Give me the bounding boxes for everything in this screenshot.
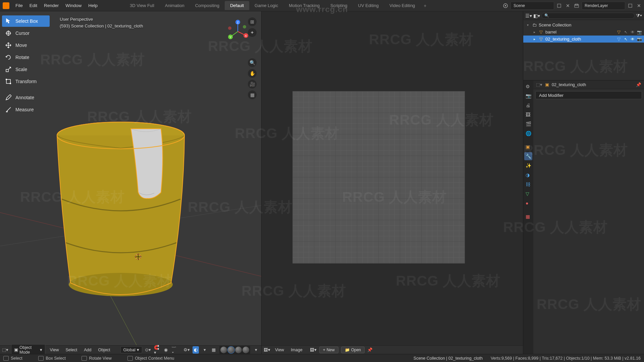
editor-type-icon[interactable]: 🖼▾ — [264, 347, 270, 352]
proptab-constraint[interactable]: ⛓ — [524, 180, 532, 188]
proptab-render[interactable]: 📷 — [524, 92, 532, 100]
disclosure-icon[interactable]: ▾ — [525, 23, 530, 27]
editor-type-icon[interactable]: ⬚▾ — [536, 82, 542, 87]
proptab-physics[interactable]: ◑ — [524, 171, 532, 179]
vp-menu-add[interactable]: Add — [82, 347, 93, 353]
editor-type-icon[interactable]: ⬚▾ — [2, 346, 8, 354]
restrict-view-icon[interactable]: 👁 — [630, 37, 635, 42]
show-gizmo-icon[interactable]: ⚙▾ — [183, 346, 190, 354]
scene-icon[interactable] — [502, 2, 509, 9]
renderlayer-field[interactable]: RenderLayer — [582, 2, 625, 10]
shading-menu-icon[interactable]: ▾ — [253, 346, 259, 354]
proptab-mesh[interactable]: ▽ — [524, 190, 532, 198]
proptab-texture[interactable]: ▦ — [524, 213, 532, 221]
shading-wireframe[interactable] — [220, 347, 227, 353]
restrict-render-icon[interactable]: 📷 — [637, 37, 642, 42]
tool-select-box[interactable]: Select Box — [2, 15, 50, 27]
outliner-search[interactable]: 🔍 — [541, 13, 635, 19]
tool-transform[interactable]: Transform — [2, 76, 50, 87]
proptab-scene[interactable]: 🎬 — [524, 120, 532, 128]
scene-close-icon[interactable]: ✕ — [564, 2, 572, 9]
proptab-output[interactable]: 🖨 — [524, 101, 532, 109]
vp-menu-object[interactable]: Object — [96, 347, 112, 353]
image-pin-icon[interactable]: 📌 — [367, 347, 373, 352]
nav-tool-icon[interactable]: ✦ — [248, 28, 257, 37]
snap-icon[interactable]: 🧲▾ — [154, 346, 160, 354]
proptab-material[interactable]: ● — [524, 199, 532, 207]
layer-icon[interactable] — [573, 2, 580, 9]
3d-viewport[interactable]: User Perspective (593) Scene Collection … — [0, 11, 262, 354]
workspace-motiontracking[interactable]: Motion Tracking — [283, 1, 325, 10]
restrict-select-icon[interactable]: ↖ — [623, 37, 629, 42]
restrict-view-icon[interactable]: 👁 — [630, 29, 635, 35]
proptab-viewlayer[interactable]: 🖼 — [524, 111, 532, 119]
menu-help[interactable]: Help — [85, 2, 101, 9]
overlays-icon[interactable]: ◐ — [193, 346, 199, 354]
pin-icon[interactable]: 📌 — [636, 82, 641, 87]
vp-menu-select[interactable]: Select — [63, 347, 79, 353]
pivot-icon[interactable]: ⊙▾ — [145, 346, 151, 354]
restrict-render-icon[interactable]: 📷 — [637, 29, 642, 35]
overlays-menu-icon[interactable]: ▾ — [202, 346, 208, 354]
orientation-dropdown[interactable]: Global ▾ — [120, 346, 142, 353]
menu-file[interactable]: File — [12, 2, 26, 9]
image-new-button[interactable]: +New — [319, 347, 338, 353]
nav-persp-icon[interactable]: ▦ — [248, 90, 257, 99]
tool-measure[interactable]: Measure — [2, 104, 50, 115]
img-menu-image[interactable]: Image — [289, 347, 305, 353]
layer-close-icon[interactable]: ✕ — [635, 2, 643, 9]
restrict-select-icon[interactable]: ↖ — [623, 29, 629, 35]
workspace-animation[interactable]: Animation — [160, 1, 190, 10]
tool-annotate[interactable]: Annotate — [2, 92, 50, 103]
menu-window[interactable]: Window — [62, 2, 85, 9]
shading-lookdev[interactable] — [235, 347, 242, 353]
proptab-settings[interactable]: ⚙ — [524, 82, 532, 90]
outliner-item-barrel[interactable]: ▸ ▽ barrel ▽ ↖ 👁 📷 — [523, 28, 644, 36]
tool-cursor[interactable]: Cursor — [2, 27, 50, 39]
outliner-item-cloth[interactable]: ▸ ▽ 02_texturing_cloth ▽ ↖ 👁 📷 — [523, 36, 644, 43]
disclosure-icon[interactable]: ▸ — [532, 30, 537, 34]
workspace-uvediting[interactable]: UV Editing — [353, 1, 384, 10]
proptab-world[interactable]: 🌐 — [524, 129, 532, 137]
propedit-icon[interactable]: ◉ — [163, 346, 169, 354]
disclosure-icon[interactable]: ▸ — [532, 37, 537, 41]
tool-scale[interactable]: Scale — [2, 64, 50, 75]
outliner-scene-collection[interactable]: ▾ 🗀 Scene Collection — [523, 21, 644, 28]
layer-browse-icon[interactable] — [627, 2, 634, 9]
proptab-particle[interactable]: ✨ — [524, 162, 532, 170]
add-modifier-dropdown[interactable]: Add Modifier — [535, 91, 642, 99]
vp-menu-view[interactable]: View — [48, 347, 61, 353]
tool-rotate[interactable]: Rotate — [2, 52, 50, 63]
shading-solid[interactable] — [228, 347, 234, 353]
shading-rendered[interactable] — [243, 347, 249, 353]
img-menu-view[interactable]: View — [273, 347, 286, 353]
workspace-add[interactable]: + — [420, 1, 430, 10]
tool-move[interactable]: Move — [2, 40, 50, 51]
workspace-gamelogic[interactable]: Game Logic — [249, 1, 283, 10]
image-editor[interactable]: 🖼▾ View Image 🖼▾ +New 📁Open 📌 — [262, 11, 523, 354]
nav-layers-icon[interactable]: ⊞ — [248, 17, 257, 26]
scene-browse-icon[interactable] — [555, 2, 563, 9]
mode-dropdown[interactable]: ▣ Object Mode ▾ — [11, 344, 45, 354]
proptab-object[interactable]: ▣ — [524, 143, 532, 151]
axis-gizmo[interactable]: Z Y X — [226, 19, 250, 44]
scene-field[interactable]: Scene — [511, 2, 554, 10]
image-browse-icon[interactable]: 🖼▾ — [310, 347, 317, 352]
workspace-scripting[interactable]: Scripting — [325, 1, 353, 10]
menu-render[interactable]: Render — [41, 2, 62, 9]
propedit-type-icon[interactable]: 〰▾ — [172, 346, 178, 354]
workspace-3dviewfull[interactable]: 3D View Full — [124, 1, 160, 10]
xray-icon[interactable]: ▦ — [210, 346, 217, 354]
menu-edit[interactable]: Edit — [26, 2, 41, 9]
nav-pan-icon[interactable]: ✋ — [248, 69, 257, 78]
outliner-type-icon[interactable]: ☰▾ — [525, 13, 532, 18]
outliner-filter-icon[interactable]: ⧩▾ — [636, 13, 642, 18]
proptab-modifier[interactable]: 🔧 — [524, 152, 532, 160]
nav-zoom-icon[interactable]: 🔍 — [248, 58, 257, 67]
workspace-default[interactable]: Default — [225, 1, 249, 10]
workspace-videoediting[interactable]: Video Editing — [384, 1, 420, 10]
outliner-display-icon[interactable]: ◧▾ — [533, 13, 540, 18]
nav-camera-icon[interactable]: 🎥 — [248, 80, 257, 88]
image-open-button[interactable]: 📁Open — [341, 347, 365, 353]
barrel-3d-object[interactable] — [54, 115, 201, 306]
